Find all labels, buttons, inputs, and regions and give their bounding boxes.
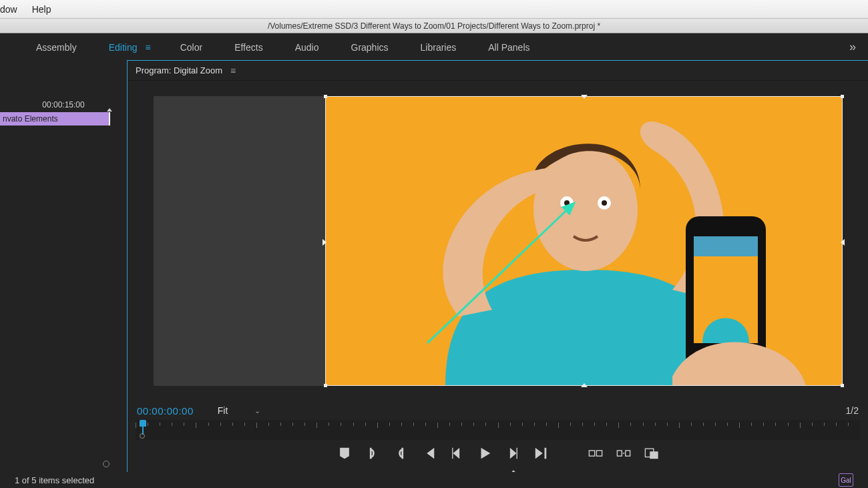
- resolution-fraction[interactable]: 1/2: [846, 405, 859, 416]
- os-menubar[interactable]: dow Help: [0, 0, 868, 19]
- step-back-button[interactable]: [449, 446, 464, 461]
- svg-rect-16: [650, 451, 658, 459]
- gal-badge[interactable]: Gal: [839, 473, 853, 487]
- clip-label: nvato Elements: [3, 114, 58, 124]
- comparison-view-button[interactable]: [644, 446, 659, 461]
- svg-point-5: [602, 200, 607, 206]
- program-panel-tab[interactable]: Program: Digital Zoom ≡: [128, 61, 868, 81]
- svg-rect-11: [589, 451, 594, 456]
- mark-in-button[interactable]: [365, 446, 380, 461]
- window-titlebar: /Volumes/Extreme SSD/3 Different Ways to…: [0, 19, 868, 33]
- zoom-scroll-handle[interactable]: [140, 433, 145, 439]
- handle-bl[interactable]: [324, 384, 327, 387]
- zoom-value: Fit: [218, 405, 228, 416]
- handle-right[interactable]: [841, 239, 845, 246]
- program-panel-title: Program: Digital Zoom: [136, 65, 222, 75]
- transport-controls: [128, 440, 868, 467]
- workspace-all-panels[interactable]: All Panels: [472, 34, 546, 61]
- project-path: /Volumes/Extreme SSD/3 Different Ways to…: [268, 21, 600, 31]
- workspace-effects[interactable]: Effects: [218, 34, 279, 61]
- handle-tl[interactable]: [324, 95, 327, 98]
- workspace-libraries[interactable]: Libraries: [405, 34, 473, 61]
- chevron-down-icon: ⌄: [254, 407, 260, 415]
- workspace-editing[interactable]: Editing: [93, 34, 154, 61]
- go-to-out-button[interactable]: [533, 446, 548, 461]
- scrollbar-thumb[interactable]: [0, 459, 127, 469]
- add-marker-button[interactable]: [337, 446, 352, 461]
- svg-rect-13: [617, 451, 622, 456]
- play-button[interactable]: [477, 446, 492, 461]
- handle-top[interactable]: [581, 95, 588, 99]
- video-frame: [325, 96, 843, 386]
- panel-menu-icon[interactable]: ≡: [230, 65, 236, 76]
- playhead[interactable]: [140, 420, 146, 435]
- workspace-color[interactable]: Color: [164, 34, 218, 61]
- workspace-audio[interactable]: Audio: [279, 34, 335, 61]
- handle-tr[interactable]: [841, 95, 844, 98]
- handle-br[interactable]: [841, 384, 844, 387]
- handle-bottom[interactable]: [581, 383, 588, 387]
- svg-point-3: [564, 200, 570, 206]
- workspace-menu-icon[interactable]: ≡: [146, 42, 164, 53]
- workspace-graphics[interactable]: Graphics: [335, 34, 405, 61]
- svg-rect-8: [694, 236, 758, 256]
- source-panel: 00:00:15:00 nvato Elements: [0, 60, 127, 488]
- monitor-info-row: 00:00:00:00 Fit ⌄ 1/2: [128, 401, 868, 420]
- extract-button[interactable]: [616, 446, 631, 461]
- lift-button[interactable]: [588, 446, 603, 461]
- svg-rect-12: [596, 451, 602, 456]
- workspace-overflow-icon[interactable]: »: [837, 40, 868, 54]
- svg-point-1: [533, 148, 638, 271]
- step-forward-button[interactable]: [505, 446, 520, 461]
- clip-bar[interactable]: nvato Elements: [0, 112, 110, 126]
- go-to-in-button[interactable]: [421, 446, 436, 461]
- mark-out-button[interactable]: [393, 446, 408, 461]
- selection-status: 1 of 5 items selected: [15, 475, 94, 485]
- program-monitor-panel: Program: Digital Zoom ≡: [127, 60, 868, 488]
- monitor-canvas[interactable]: [154, 96, 843, 386]
- program-mini-timeline[interactable]: [136, 420, 860, 440]
- marker-icon: [107, 108, 112, 111]
- workspace-bar: Assembly Editing ≡ Color Effects Audio G…: [0, 33, 868, 60]
- status-bar: 1 of 5 items selected Gal: [0, 472, 868, 488]
- workspace-assembly[interactable]: Assembly: [20, 34, 93, 61]
- tick-marks: [136, 423, 860, 429]
- handle-left[interactable]: [322, 239, 327, 246]
- video-content-illustration: [325, 96, 843, 386]
- svg-rect-14: [625, 451, 630, 456]
- monitor-canvas-area[interactable]: [128, 81, 868, 401]
- menu-help[interactable]: Help: [32, 4, 51, 15]
- current-timecode[interactable]: 00:00:00:00: [137, 405, 194, 417]
- zoom-select[interactable]: Fit ⌄: [218, 405, 261, 416]
- menu-window[interactable]: dow: [0, 4, 17, 15]
